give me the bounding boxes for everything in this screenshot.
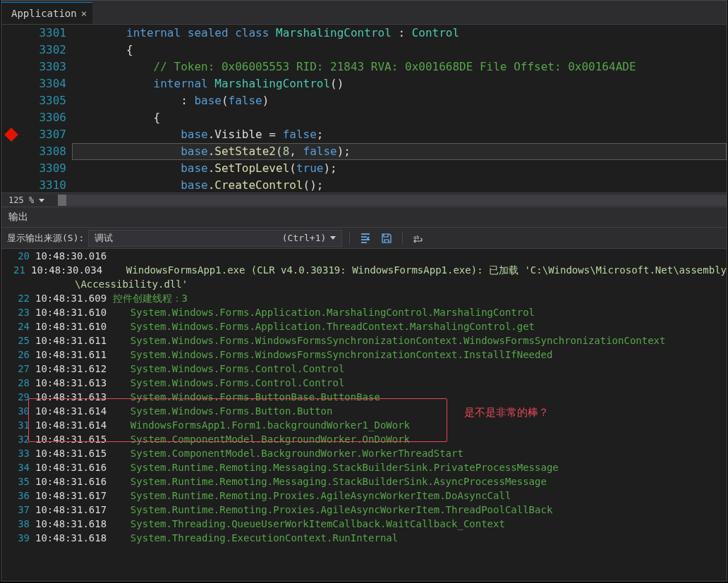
- output-line: 3710:48:31.617 System.Runtime.Remoting.P…: [1, 503, 727, 517]
- output-line-number: 26: [1, 348, 35, 362]
- output-line: 3010:48:31.614 System.Windows.Forms.Butt…: [1, 404, 727, 418]
- code-content[interactable]: internal sealed class MarshalingControl …: [72, 25, 727, 192]
- chevron-down-icon: [330, 236, 336, 240]
- output-line-number: 29: [1, 390, 35, 404]
- output-line-number: 27: [1, 362, 35, 376]
- output-line: 2510:48:31.611 System.Windows.Forms.Wind…: [1, 333, 727, 348]
- output-line-number: 23: [1, 305, 35, 319]
- code-line[interactable]: {: [72, 109, 727, 126]
- code-line[interactable]: base.Visible = false;: [72, 126, 727, 143]
- line-number: 3306: [21, 109, 66, 126]
- output-line-number: 25: [1, 333, 35, 348]
- separator: [349, 232, 350, 245]
- code-line[interactable]: // Token: 0x06005553 RID: 21843 RVA: 0x0…: [72, 59, 727, 75]
- output-line-text: 10:48:31.617 System.Runtime.Remoting.Pro…: [35, 503, 727, 517]
- output-line: 3310:48:31.615 System.ComponentModel.Bac…: [1, 446, 727, 460]
- output-body[interactable]: 是不是非常的棒？ 2010:48:30.0162110:48:30.034 Wi…: [1, 249, 727, 581]
- output-line: 3510:48:31.616 System.Runtime.Remoting.M…: [1, 474, 727, 489]
- line-numbers: 3301330233033304330533063307330833093310: [21, 25, 72, 192]
- zoom-combo[interactable]: 125 %: [1, 195, 58, 205]
- output-line-text: 10:48:31.614 System.Windows.Forms.Button…: [35, 404, 727, 418]
- line-number: 3307: [21, 126, 66, 143]
- output-line: 3410:48:31.616 System.Runtime.Remoting.M…: [1, 460, 727, 474]
- output-line-number: 31: [1, 418, 35, 432]
- output-line-number: 34: [1, 460, 35, 474]
- output-line-number: 30: [1, 404, 35, 418]
- output-line-text: 10:48:31.612 System.Windows.Forms.Contro…: [35, 362, 727, 376]
- output-line: 2610:48:31.611 System.Windows.Forms.Wind…: [1, 348, 727, 362]
- breakpoint-icon[interactable]: [4, 128, 18, 142]
- output-line-number: 37: [1, 503, 35, 517]
- line-number: 3302: [21, 42, 66, 59]
- output-line-text: 10:48:31.615 System.ComponentModel.Backg…: [35, 432, 727, 446]
- breakpoint-gutter[interactable]: [1, 25, 21, 192]
- output-src-label: 显示输出来源(S):: [7, 232, 84, 245]
- output-line-text: 10:48:31.616 System.Runtime.Remoting.Mes…: [35, 474, 727, 489]
- line-number: 3310: [21, 177, 66, 192]
- close-icon[interactable]: ×: [81, 8, 87, 19]
- h-scrollbar[interactable]: [58, 195, 727, 206]
- output-line: 3210:48:31.615 System.ComponentModel.Bac…: [1, 432, 727, 446]
- output-line-number: [1, 277, 35, 291]
- output-line: \Accessibility.dll': [1, 277, 727, 291]
- wrap-icon[interactable]: ab: [410, 230, 427, 247]
- output-line-text: 10:48:31.618 System.Threading.ExecutionC…: [35, 531, 727, 545]
- output-line-number: 35: [1, 474, 35, 489]
- output-src-value: 调试: [95, 232, 113, 245]
- clear-indent-icon[interactable]: [357, 230, 374, 247]
- code-line[interactable]: internal MarshalingControl(): [72, 75, 727, 92]
- output-line: 2210:48:31.609 控件创建线程：3: [1, 291, 727, 305]
- output-line-number: 38: [1, 517, 35, 531]
- output-line-number: 32: [1, 432, 35, 446]
- code-line[interactable]: internal sealed class MarshalingControl …: [72, 25, 727, 42]
- output-hint: (Ctrl+1): [282, 233, 327, 243]
- output-line: 3610:48:31.617 System.Runtime.Remoting.P…: [1, 489, 727, 503]
- svg-text:ab: ab: [413, 235, 419, 240]
- line-number: 3303: [21, 59, 66, 75]
- output-line-number: 20: [1, 249, 35, 263]
- output-line-number: 39: [1, 531, 35, 545]
- output-line-text: 10:48:31.617 System.Runtime.Remoting.Pro…: [35, 489, 727, 503]
- output-line-number: 28: [1, 376, 35, 390]
- output-line: 3910:48:31.618 System.Threading.Executio…: [1, 531, 727, 545]
- chevron-down-icon: [39, 199, 44, 202]
- output-line-text: 10:48:31.614 WindowsFormsApp1.Form1.back…: [35, 418, 727, 432]
- code-line[interactable]: : base(false): [72, 92, 727, 109]
- output-line-text: 10:48:31.616 System.Runtime.Remoting.Mes…: [35, 460, 727, 474]
- output-line: 2410:48:31.610 System.Windows.Forms.Appl…: [1, 319, 727, 333]
- output-line-text: 10:48:31.613 System.Windows.Forms.Contro…: [35, 376, 727, 390]
- zoom-bar: 125 %: [1, 192, 727, 207]
- output-line: 2110:48:30.034 WindowsFormsApp1.exe (CLR…: [1, 263, 727, 277]
- output-line-text: 10:48:31.609 控件创建线程：3: [35, 291, 727, 305]
- code-line[interactable]: base.CreateControl();: [72, 177, 727, 192]
- output-line-text: 10:48:31.613 System.Windows.Forms.Button…: [35, 390, 727, 404]
- output-line-text: 10:48:31.611 System.Windows.Forms.Window…: [35, 333, 727, 348]
- line-number: 3309: [21, 160, 66, 177]
- output-line-number: 24: [1, 319, 35, 333]
- output-line-text: 10:48:31.610 System.Windows.Forms.Applic…: [35, 305, 727, 319]
- output-line: 2710:48:31.612 System.Windows.Forms.Cont…: [1, 362, 727, 376]
- editor: 3301330233033304330533063307330833093310…: [1, 25, 727, 207]
- line-number: 3308: [21, 143, 66, 160]
- code-line[interactable]: base.SetTopLevel(true);: [72, 160, 727, 177]
- output-line-text: \Accessibility.dll': [35, 277, 727, 291]
- tab-application[interactable]: Application ×: [1, 2, 92, 24]
- output-line-text: 10:48:30.034 WindowsFormsApp1.exe (CLR v…: [31, 263, 727, 277]
- save-icon[interactable]: [378, 230, 395, 247]
- tab-label: Application: [11, 8, 77, 19]
- output-panel-title: 输出: [1, 207, 727, 228]
- h-scroll-thumb[interactable]: [58, 195, 66, 206]
- code-line[interactable]: {: [72, 42, 727, 59]
- code-line[interactable]: base.SetState2(8, false);: [72, 143, 727, 160]
- output-line-text: 10:48:31.611 System.Windows.Forms.Window…: [35, 348, 727, 362]
- output-line-text: 10:48:31.610 System.Windows.Forms.Applic…: [35, 319, 727, 333]
- output-line-number: 36: [1, 489, 35, 503]
- output-line: 2310:48:31.610 System.Windows.Forms.Appl…: [1, 305, 727, 319]
- line-number: 3301: [21, 25, 66, 42]
- annotation-text: 是不是非常的棒？: [464, 405, 549, 419]
- tab-bar: Application ×: [1, 1, 727, 25]
- line-number: 3305: [21, 92, 66, 109]
- output-line-text: 10:48:31.615 System.ComponentModel.Backg…: [35, 446, 727, 460]
- output-line-text: 10:48:30.016: [35, 249, 727, 263]
- output-src-combo[interactable]: 调试 (Ctrl+1): [88, 230, 342, 247]
